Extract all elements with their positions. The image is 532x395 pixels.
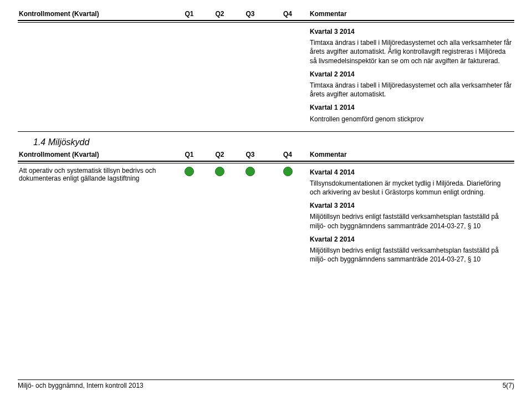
footer-rule (18, 379, 514, 380)
page-footer: Miljö- och byggnämnd, Intern kontroll 20… (18, 379, 514, 389)
comment-heading: Kvartal 2 2014 (310, 70, 513, 79)
header-rule-top (18, 20, 514, 21)
header-rule-b (18, 161, 514, 162)
th-q1-b: Q1 (174, 151, 204, 158)
cell-desc-b: Att operativ och systematisk tillsyn bed… (19, 167, 174, 182)
th-q3: Q3 (235, 10, 265, 18)
th-comment-b: Kommentar (310, 151, 513, 158)
footer-pagenum: 5(7) (503, 382, 514, 389)
cell-q1-b (174, 167, 204, 178)
th-q4-b: Q4 (265, 151, 310, 158)
status-dot-icon (215, 167, 224, 176)
comment-heading: Kvartal 3 2014 (310, 27, 513, 36)
comment-heading: Kvartal 4 2014 (310, 168, 513, 177)
th-q4: Q4 (265, 10, 310, 18)
status-dot-icon (185, 167, 194, 176)
table-header-top: Kontrollmoment (Kvartal) Q1 Q2 Q3 Q4 Kom… (18, 10, 514, 20)
comment-text: Kontrollen genomförd genom stickprov (310, 115, 513, 124)
comment-heading: Kvartal 2 2014 (310, 235, 513, 244)
comment-text: Tillsynsdokumentationen är mycket tydlig… (310, 179, 513, 197)
comment-text: Timtaxa ändras i tabell i Miljöredasyste… (310, 38, 513, 65)
cell-comment-b: Kvartal 4 2014 Tillsynsdokumentationen ä… (310, 167, 513, 268)
th-q2: Q2 (204, 10, 235, 18)
section-title: 1.4 Miljöskydd (33, 137, 514, 147)
comment-text: Miljötillsyn bedrivs enligt fastställd v… (310, 212, 513, 230)
cell-q2-b (204, 167, 235, 178)
th-q2-b: Q2 (204, 151, 235, 158)
th-q1: Q1 (174, 10, 204, 18)
cell-q4-b (265, 167, 310, 178)
comment-heading: Kvartal 1 2014 (310, 103, 513, 112)
th-q3-b: Q3 (235, 151, 265, 158)
th-desc-b: Kontrollmoment (Kvartal) (19, 151, 174, 158)
cell-q3-b (235, 167, 265, 178)
th-desc: Kontrollmoment (Kvartal) (19, 10, 174, 18)
table-row-sectionB: Att operativ och systematisk tillsyn bed… (18, 163, 514, 271)
comment-text: Miljötillsyn bedrivs enligt fastställd v… (310, 246, 513, 264)
cell-comment-a: Kvartal 3 2014 Timtaxa ändras i tabell i… (310, 26, 513, 127)
comment-heading: Kvartal 3 2014 (310, 201, 513, 210)
footer-left: Miljö- och byggnämnd, Intern kontroll 20… (18, 382, 144, 389)
status-dot-icon (245, 167, 255, 176)
comment-text: Timtaxa ändras i tabell i Miljöredasyste… (310, 81, 513, 99)
table-header-b: Kontrollmoment (Kvartal) Q1 Q2 Q3 Q4 Kom… (18, 151, 514, 161)
th-comment: Kommentar (310, 10, 513, 18)
status-dot-icon (283, 167, 293, 176)
table-row-sectionA: Kvartal 3 2014 Timtaxa ändras i tabell i… (18, 23, 514, 130)
row-rule-a (18, 131, 514, 132)
